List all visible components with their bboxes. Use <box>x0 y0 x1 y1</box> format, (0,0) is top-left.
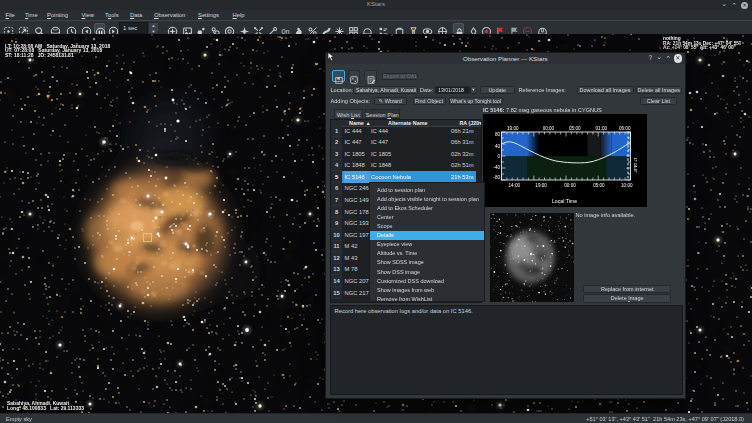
svg-text:10:00: 10:00 <box>621 182 633 187</box>
svg-text:00:00: 00:00 <box>543 125 555 130</box>
svg-text:00:00: 00:00 <box>564 182 576 187</box>
svg-text:40: 40 <box>495 143 501 148</box>
svg-text:05:00: 05:00 <box>569 125 581 130</box>
svg-text:01:00: 01:00 <box>596 125 608 130</box>
svg-text:LT 04:47: LT 04:47 <box>633 158 637 173</box>
svg-text:14:00: 14:00 <box>509 182 521 187</box>
svg-text:Local Time: Local Time <box>552 197 577 203</box>
svg-text:-40: -40 <box>493 164 500 169</box>
svg-text:19:00: 19:00 <box>507 125 519 130</box>
svg-text:80: 80 <box>495 132 501 137</box>
svg-text:19:00: 19:00 <box>535 182 547 187</box>
svg-text:06:00: 06:00 <box>619 125 631 130</box>
svg-text:05:00: 05:00 <box>593 182 605 187</box>
svg-text:-80: -80 <box>493 175 500 180</box>
svg-text:0: 0 <box>497 154 500 159</box>
